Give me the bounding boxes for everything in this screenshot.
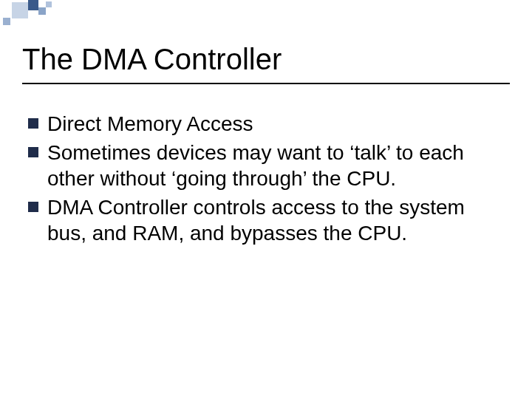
list-item: Direct Memory Access [28, 111, 501, 137]
title-underline [22, 83, 510, 84]
bullet-text: DMA Controller controls access to the sy… [47, 194, 501, 246]
square-bullet-icon [28, 147, 38, 157]
square-bullet-icon [28, 118, 38, 129]
bullet-list: Direct Memory Access Sometimes devices m… [28, 111, 501, 249]
bullet-text: Sometimes devices may want to ‘talk’ to … [47, 140, 501, 191]
slide-title: The DMA Controller [22, 43, 282, 76]
bullet-text: Direct Memory Access [47, 111, 253, 137]
list-item: Sometimes devices may want to ‘talk’ to … [28, 140, 501, 191]
square-bullet-icon [28, 202, 38, 212]
list-item: DMA Controller controls access to the sy… [28, 194, 501, 246]
corner-decoration [0, 0, 532, 22]
